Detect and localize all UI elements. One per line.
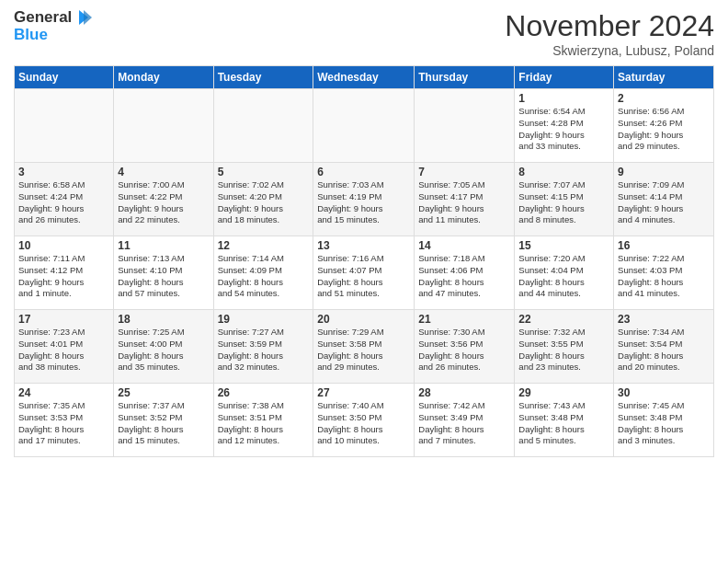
day-info: Sunrise: 7:05 AM Sunset: 4:17 PM Dayligh… bbox=[418, 179, 510, 226]
day-info: Sunrise: 7:09 AM Sunset: 4:14 PM Dayligh… bbox=[618, 179, 710, 226]
calendar-cell: 8Sunrise: 7:07 AM Sunset: 4:15 PM Daylig… bbox=[515, 163, 614, 236]
logo-graphic: General Blue bbox=[14, 9, 92, 43]
day-info: Sunrise: 7:37 AM Sunset: 3:52 PM Dayligh… bbox=[118, 400, 209, 447]
day-number: 4 bbox=[118, 166, 209, 178]
calendar-cell: 27Sunrise: 7:40 AM Sunset: 3:50 PM Dayli… bbox=[313, 384, 415, 457]
calendar-cell: 11Sunrise: 7:13 AM Sunset: 4:10 PM Dayli… bbox=[114, 236, 213, 310]
day-info: Sunrise: 7:11 AM Sunset: 4:12 PM Dayligh… bbox=[18, 253, 109, 300]
calendar-week-row: 3Sunrise: 6:58 AM Sunset: 4:24 PM Daylig… bbox=[15, 163, 714, 236]
day-info: Sunrise: 7:34 AM Sunset: 3:54 PM Dayligh… bbox=[618, 327, 710, 373]
calendar-week-row: 1Sunrise: 6:54 AM Sunset: 4:28 PM Daylig… bbox=[15, 89, 714, 163]
day-info: Sunrise: 7:07 AM Sunset: 4:15 PM Dayligh… bbox=[518, 179, 609, 226]
calendar-cell bbox=[313, 89, 415, 163]
day-info: Sunrise: 7:14 AM Sunset: 4:09 PM Dayligh… bbox=[218, 253, 310, 300]
calendar-cell: 5Sunrise: 7:02 AM Sunset: 4:20 PM Daylig… bbox=[213, 163, 313, 236]
calendar-week-row: 10Sunrise: 7:11 AM Sunset: 4:12 PM Dayli… bbox=[15, 236, 714, 310]
day-number: 19 bbox=[218, 313, 310, 326]
calendar-cell: 10Sunrise: 7:11 AM Sunset: 4:12 PM Dayli… bbox=[15, 236, 114, 310]
day-number: 10 bbox=[18, 239, 109, 252]
day-number: 1 bbox=[518, 92, 609, 105]
calendar-cell bbox=[415, 89, 515, 163]
day-number: 8 bbox=[518, 166, 609, 178]
day-info: Sunrise: 7:03 AM Sunset: 4:19 PM Dayligh… bbox=[317, 179, 410, 226]
day-number: 25 bbox=[118, 386, 209, 399]
svg-marker-1 bbox=[84, 10, 92, 25]
day-info: Sunrise: 6:58 AM Sunset: 4:24 PM Dayligh… bbox=[18, 179, 109, 226]
day-info: Sunrise: 7:32 AM Sunset: 3:55 PM Dayligh… bbox=[518, 327, 609, 373]
day-info: Sunrise: 7:35 AM Sunset: 3:53 PM Dayligh… bbox=[18, 400, 109, 447]
calendar-cell: 12Sunrise: 7:14 AM Sunset: 4:09 PM Dayli… bbox=[213, 236, 313, 310]
day-number: 27 bbox=[317, 386, 410, 399]
day-number: 7 bbox=[418, 166, 510, 178]
day-number: 12 bbox=[218, 239, 310, 252]
day-number: 30 bbox=[618, 386, 710, 399]
logo-arrow-icon bbox=[72, 10, 92, 25]
logo: General Blue bbox=[14, 9, 92, 43]
calendar-cell: 28Sunrise: 7:42 AM Sunset: 3:49 PM Dayli… bbox=[415, 384, 515, 457]
col-header-thursday: Thursday bbox=[415, 66, 515, 89]
calendar-cell: 25Sunrise: 7:37 AM Sunset: 3:52 PM Dayli… bbox=[114, 384, 213, 457]
day-number: 13 bbox=[317, 239, 410, 252]
month-title: November 2024 bbox=[505, 9, 714, 43]
day-info: Sunrise: 7:27 AM Sunset: 3:59 PM Dayligh… bbox=[218, 327, 310, 373]
calendar-cell: 19Sunrise: 7:27 AM Sunset: 3:59 PM Dayli… bbox=[213, 310, 313, 384]
calendar-cell bbox=[213, 89, 313, 163]
day-number: 20 bbox=[317, 313, 410, 326]
logo-text-blue: Blue bbox=[14, 27, 92, 44]
day-number: 24 bbox=[18, 386, 109, 399]
calendar-cell: 7Sunrise: 7:05 AM Sunset: 4:17 PM Daylig… bbox=[415, 163, 515, 236]
col-header-saturday: Saturday bbox=[614, 66, 714, 89]
day-number: 3 bbox=[18, 166, 109, 178]
calendar-cell: 4Sunrise: 7:00 AM Sunset: 4:22 PM Daylig… bbox=[114, 163, 213, 236]
day-number: 21 bbox=[418, 313, 510, 326]
calendar-week-row: 17Sunrise: 7:23 AM Sunset: 4:01 PM Dayli… bbox=[15, 310, 714, 384]
location: Skwierzyna, Lubusz, Poland bbox=[505, 43, 714, 58]
calendar-cell: 2Sunrise: 6:56 AM Sunset: 4:26 PM Daylig… bbox=[614, 89, 714, 163]
page-container: General Blue November 2024 Skwierzyna, L… bbox=[0, 0, 728, 466]
calendar-cell: 30Sunrise: 7:45 AM Sunset: 3:48 PM Dayli… bbox=[614, 384, 714, 457]
day-info: Sunrise: 7:13 AM Sunset: 4:10 PM Dayligh… bbox=[118, 253, 209, 300]
day-info: Sunrise: 7:02 AM Sunset: 4:20 PM Dayligh… bbox=[218, 179, 310, 226]
calendar-cell: 18Sunrise: 7:25 AM Sunset: 4:00 PM Dayli… bbox=[114, 310, 213, 384]
day-info: Sunrise: 6:56 AM Sunset: 4:26 PM Dayligh… bbox=[618, 106, 710, 153]
day-info: Sunrise: 7:29 AM Sunset: 3:58 PM Dayligh… bbox=[317, 327, 410, 373]
day-number: 17 bbox=[18, 313, 109, 326]
day-info: Sunrise: 7:42 AM Sunset: 3:49 PM Dayligh… bbox=[418, 400, 510, 447]
day-number: 2 bbox=[618, 92, 710, 105]
day-info: Sunrise: 7:45 AM Sunset: 3:48 PM Dayligh… bbox=[618, 400, 710, 447]
col-header-sunday: Sunday bbox=[15, 66, 114, 89]
day-number: 9 bbox=[618, 166, 710, 178]
logo-text-general: General bbox=[14, 9, 72, 27]
calendar-cell: 3Sunrise: 6:58 AM Sunset: 4:24 PM Daylig… bbox=[15, 163, 114, 236]
calendar-cell: 13Sunrise: 7:16 AM Sunset: 4:07 PM Dayli… bbox=[313, 236, 415, 310]
day-number: 14 bbox=[418, 239, 510, 252]
col-header-friday: Friday bbox=[515, 66, 614, 89]
calendar-cell: 14Sunrise: 7:18 AM Sunset: 4:06 PM Dayli… bbox=[415, 236, 515, 310]
calendar-cell bbox=[114, 89, 213, 163]
page-header: General Blue November 2024 Skwierzyna, L… bbox=[14, 9, 714, 58]
calendar-cell: 9Sunrise: 7:09 AM Sunset: 4:14 PM Daylig… bbox=[614, 163, 714, 236]
day-number: 15 bbox=[518, 239, 609, 252]
day-info: Sunrise: 6:54 AM Sunset: 4:28 PM Dayligh… bbox=[518, 106, 609, 153]
calendar-cell: 29Sunrise: 7:43 AM Sunset: 3:48 PM Dayli… bbox=[515, 384, 614, 457]
day-info: Sunrise: 7:38 AM Sunset: 3:51 PM Dayligh… bbox=[218, 400, 310, 447]
day-info: Sunrise: 7:40 AM Sunset: 3:50 PM Dayligh… bbox=[317, 400, 410, 447]
calendar-cell: 16Sunrise: 7:22 AM Sunset: 4:03 PM Dayli… bbox=[614, 236, 714, 310]
calendar-cell: 20Sunrise: 7:29 AM Sunset: 3:58 PM Dayli… bbox=[313, 310, 415, 384]
calendar-cell: 1Sunrise: 6:54 AM Sunset: 4:28 PM Daylig… bbox=[515, 89, 614, 163]
title-block: November 2024 Skwierzyna, Lubusz, Poland bbox=[505, 9, 714, 58]
day-info: Sunrise: 7:23 AM Sunset: 4:01 PM Dayligh… bbox=[18, 327, 109, 373]
col-header-tuesday: Tuesday bbox=[213, 66, 313, 89]
day-info: Sunrise: 7:25 AM Sunset: 4:00 PM Dayligh… bbox=[118, 327, 209, 373]
day-info: Sunrise: 7:20 AM Sunset: 4:04 PM Dayligh… bbox=[518, 253, 609, 300]
day-info: Sunrise: 7:22 AM Sunset: 4:03 PM Dayligh… bbox=[618, 253, 710, 300]
day-number: 6 bbox=[317, 166, 410, 178]
col-header-monday: Monday bbox=[114, 66, 213, 89]
day-number: 5 bbox=[218, 166, 310, 178]
day-info: Sunrise: 7:18 AM Sunset: 4:06 PM Dayligh… bbox=[418, 253, 510, 300]
day-number: 23 bbox=[618, 313, 710, 326]
day-number: 28 bbox=[418, 386, 510, 399]
calendar-cell: 23Sunrise: 7:34 AM Sunset: 3:54 PM Dayli… bbox=[614, 310, 714, 384]
day-info: Sunrise: 7:16 AM Sunset: 4:07 PM Dayligh… bbox=[317, 253, 410, 300]
calendar-cell: 26Sunrise: 7:38 AM Sunset: 3:51 PM Dayli… bbox=[213, 384, 313, 457]
